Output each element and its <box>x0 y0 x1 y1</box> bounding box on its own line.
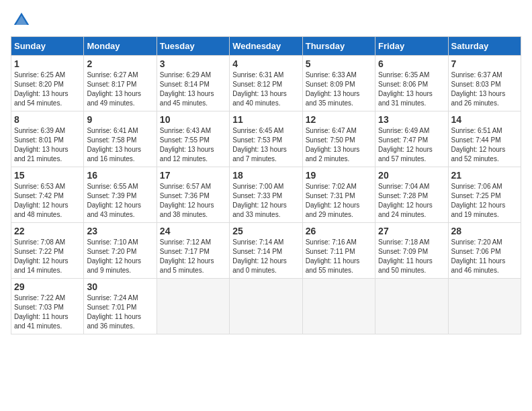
day-info: Sunrise: 6:27 AM Sunset: 8:17 PM Dayligh… <box>87 71 153 108</box>
calendar-row: 1 Sunrise: 6:25 AM Sunset: 8:20 PM Dayli… <box>11 56 521 111</box>
day-number: 3 <box>160 58 226 69</box>
day-number: 9 <box>87 114 153 125</box>
day-number: 15 <box>14 170 81 181</box>
calendar-cell: 10 Sunrise: 6:43 AM Sunset: 7:55 PM Dayl… <box>157 111 229 167</box>
logo <box>11 11 31 30</box>
day-info: Sunrise: 7:10 AM Sunset: 7:20 PM Dayligh… <box>87 238 153 275</box>
day-info: Sunrise: 6:45 AM Sunset: 7:53 PM Dayligh… <box>232 126 299 164</box>
day-number: 27 <box>378 226 445 236</box>
calendar-cell: 13 Sunrise: 6:49 AM Sunset: 7:47 PM Dayl… <box>375 111 448 167</box>
calendar-cell: 4 Sunrise: 6:31 AM Sunset: 8:12 PM Dayli… <box>230 56 302 111</box>
day-info: Sunrise: 7:12 AM Sunset: 7:17 PM Dayligh… <box>160 238 226 275</box>
day-number: 2 <box>87 58 153 69</box>
day-number: 16 <box>87 170 153 181</box>
calendar-cell: 3 Sunrise: 6:29 AM Sunset: 8:14 PM Dayli… <box>157 56 229 111</box>
day-info: Sunrise: 7:14 AM Sunset: 7:14 PM Dayligh… <box>232 238 299 275</box>
calendar-cell: 29 Sunrise: 7:22 AM Sunset: 7:03 PM Dayl… <box>11 279 84 334</box>
day-info: Sunrise: 7:18 AM Sunset: 7:09 PM Dayligh… <box>378 238 445 275</box>
day-info: Sunrise: 6:41 AM Sunset: 7:58 PM Dayligh… <box>87 126 153 164</box>
calendar-cell: 28 Sunrise: 7:20 AM Sunset: 7:06 PM Dayl… <box>448 223 521 279</box>
weekday-header-sunday: Sunday <box>11 37 84 56</box>
calendar-cell <box>448 279 521 334</box>
calendar-cell: 25 Sunrise: 7:14 AM Sunset: 7:14 PM Dayl… <box>230 223 302 279</box>
day-number: 20 <box>378 170 445 181</box>
calendar-cell: 9 Sunrise: 6:41 AM Sunset: 7:58 PM Dayli… <box>84 111 157 167</box>
calendar-cell: 27 Sunrise: 7:18 AM Sunset: 7:09 PM Dayl… <box>375 223 448 279</box>
day-number: 29 <box>14 281 81 292</box>
calendar-row: 8 Sunrise: 6:39 AM Sunset: 8:01 PM Dayli… <box>11 111 521 167</box>
calendar-cell: 22 Sunrise: 7:08 AM Sunset: 7:22 PM Dayl… <box>11 223 84 279</box>
weekday-header-friday: Friday <box>375 37 448 56</box>
calendar-cell <box>302 279 375 334</box>
day-number: 13 <box>378 114 445 125</box>
day-info: Sunrise: 6:43 AM Sunset: 7:55 PM Dayligh… <box>160 126 226 164</box>
day-info: Sunrise: 6:25 AM Sunset: 8:20 PM Dayligh… <box>14 71 81 108</box>
day-number: 18 <box>232 170 299 181</box>
day-info: Sunrise: 6:51 AM Sunset: 7:44 PM Dayligh… <box>451 126 518 164</box>
day-number: 21 <box>451 170 518 181</box>
calendar-row: 22 Sunrise: 7:08 AM Sunset: 7:22 PM Dayl… <box>11 223 521 279</box>
day-number: 24 <box>160 226 226 236</box>
header <box>11 11 521 30</box>
day-info: Sunrise: 7:08 AM Sunset: 7:22 PM Dayligh… <box>14 238 81 275</box>
calendar-cell: 7 Sunrise: 6:37 AM Sunset: 8:03 PM Dayli… <box>448 56 521 111</box>
weekday-header-row: SundayMondayTuesdayWednesdayThursdayFrid… <box>11 37 521 56</box>
day-info: Sunrise: 7:04 AM Sunset: 7:28 PM Dayligh… <box>378 182 445 220</box>
day-number: 10 <box>160 114 226 125</box>
calendar-cell: 30 Sunrise: 7:24 AM Sunset: 7:01 PM Dayl… <box>84 279 157 334</box>
day-info: Sunrise: 7:06 AM Sunset: 7:25 PM Dayligh… <box>451 182 518 220</box>
day-number: 4 <box>232 58 299 69</box>
day-info: Sunrise: 6:53 AM Sunset: 7:42 PM Dayligh… <box>14 182 81 220</box>
calendar-row: 29 Sunrise: 7:22 AM Sunset: 7:03 PM Dayl… <box>11 279 521 334</box>
calendar-cell: 12 Sunrise: 6:47 AM Sunset: 7:50 PM Dayl… <box>302 111 375 167</box>
day-info: Sunrise: 7:02 AM Sunset: 7:31 PM Dayligh… <box>306 182 372 220</box>
calendar-cell: 8 Sunrise: 6:39 AM Sunset: 8:01 PM Dayli… <box>11 111 84 167</box>
logo-icon <box>12 11 31 30</box>
day-number: 30 <box>87 281 153 292</box>
calendar-cell: 26 Sunrise: 7:16 AM Sunset: 7:11 PM Dayl… <box>302 223 375 279</box>
day-info: Sunrise: 6:55 AM Sunset: 7:39 PM Dayligh… <box>87 182 153 220</box>
day-info: Sunrise: 7:00 AM Sunset: 7:33 PM Dayligh… <box>232 182 299 220</box>
day-number: 6 <box>378 58 445 69</box>
calendar-row: 15 Sunrise: 6:53 AM Sunset: 7:42 PM Dayl… <box>11 167 521 223</box>
calendar-cell: 6 Sunrise: 6:35 AM Sunset: 8:06 PM Dayli… <box>375 56 448 111</box>
day-number: 25 <box>232 226 299 236</box>
calendar-cell: 16 Sunrise: 6:55 AM Sunset: 7:39 PM Dayl… <box>84 167 157 223</box>
calendar-cell: 11 Sunrise: 6:45 AM Sunset: 7:53 PM Dayl… <box>230 111 302 167</box>
day-number: 11 <box>232 114 299 125</box>
calendar-cell <box>375 279 448 334</box>
day-info: Sunrise: 6:35 AM Sunset: 8:06 PM Dayligh… <box>378 71 445 108</box>
calendar-cell <box>230 279 302 334</box>
weekday-header-monday: Monday <box>84 37 157 56</box>
calendar-cell: 2 Sunrise: 6:27 AM Sunset: 8:17 PM Dayli… <box>84 56 157 111</box>
day-number: 12 <box>306 114 372 125</box>
calendar-cell: 23 Sunrise: 7:10 AM Sunset: 7:20 PM Dayl… <box>84 223 157 279</box>
calendar-cell: 5 Sunrise: 6:33 AM Sunset: 8:09 PM Dayli… <box>302 56 375 111</box>
day-info: Sunrise: 6:49 AM Sunset: 7:47 PM Dayligh… <box>378 126 445 164</box>
day-info: Sunrise: 6:33 AM Sunset: 8:09 PM Dayligh… <box>306 71 372 108</box>
day-info: Sunrise: 6:29 AM Sunset: 8:14 PM Dayligh… <box>160 71 226 108</box>
day-info: Sunrise: 6:57 AM Sunset: 7:36 PM Dayligh… <box>160 182 226 220</box>
calendar-cell: 20 Sunrise: 7:04 AM Sunset: 7:28 PM Dayl… <box>375 167 448 223</box>
day-number: 19 <box>306 170 372 181</box>
calendar-cell: 21 Sunrise: 7:06 AM Sunset: 7:25 PM Dayl… <box>448 167 521 223</box>
calendar-table: SundayMondayTuesdayWednesdayThursdayFrid… <box>11 36 521 334</box>
weekday-header-wednesday: Wednesday <box>230 37 302 56</box>
day-info: Sunrise: 6:47 AM Sunset: 7:50 PM Dayligh… <box>306 126 372 164</box>
day-number: 7 <box>451 58 518 69</box>
calendar-cell: 17 Sunrise: 6:57 AM Sunset: 7:36 PM Dayl… <box>157 167 229 223</box>
day-number: 23 <box>87 226 153 236</box>
calendar-cell: 19 Sunrise: 7:02 AM Sunset: 7:31 PM Dayl… <box>302 167 375 223</box>
calendar-cell: 24 Sunrise: 7:12 AM Sunset: 7:17 PM Dayl… <box>157 223 229 279</box>
day-number: 8 <box>14 114 81 125</box>
weekday-header-tuesday: Tuesday <box>157 37 229 56</box>
calendar-cell: 15 Sunrise: 6:53 AM Sunset: 7:42 PM Dayl… <box>11 167 84 223</box>
day-number: 28 <box>451 226 518 236</box>
day-info: Sunrise: 7:20 AM Sunset: 7:06 PM Dayligh… <box>451 238 518 275</box>
day-number: 17 <box>160 170 226 181</box>
calendar-cell <box>157 279 229 334</box>
day-number: 1 <box>14 58 81 69</box>
calendar-cell: 18 Sunrise: 7:00 AM Sunset: 7:33 PM Dayl… <box>230 167 302 223</box>
day-number: 22 <box>14 226 81 236</box>
calendar-cell: 1 Sunrise: 6:25 AM Sunset: 8:20 PM Dayli… <box>11 56 84 111</box>
